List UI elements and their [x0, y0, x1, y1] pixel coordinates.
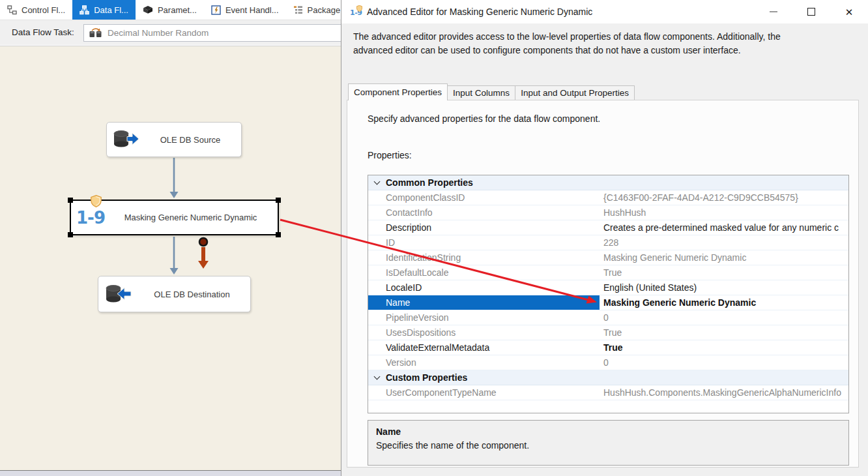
property-value[interactable]: 0 [600, 310, 848, 325]
property-value[interactable]: True [600, 265, 848, 280]
property-value[interactable]: Creates a pre-determined masked value fo… [600, 220, 848, 235]
property-name: Description [368, 220, 600, 235]
tab-label: Paramet... [158, 5, 197, 15]
maximize-icon [807, 8, 815, 16]
tab-label: Event Handl... [225, 5, 279, 15]
selection-handle[interactable] [276, 232, 281, 237]
property-value[interactable]: HushHush [600, 205, 848, 220]
connector-layer [0, 46, 341, 470]
property-row-validateexternalmetadata[interactable]: ValidateExternalMetadata True [368, 340, 848, 355]
tab-label: Data Fl... [94, 5, 128, 15]
property-name: Name [368, 295, 600, 310]
dialog-intro-text: The advanced editor provides access to t… [353, 30, 818, 57]
property-value[interactable]: 228 [600, 235, 848, 250]
close-button[interactable]: ✕ [830, 0, 868, 23]
selection-handle[interactable] [276, 198, 281, 203]
properties-label: Properties: [368, 150, 412, 160]
tab-parameters[interactable]: Paramet... [136, 0, 204, 20]
tab-label: Package Explo [308, 5, 341, 15]
property-name: IdentificationString [368, 250, 600, 265]
tab-component-properties[interactable]: Component Properties [348, 83, 448, 100]
property-value[interactable]: English (United States) [600, 280, 848, 295]
tab-input-columns[interactable]: Input Columns [448, 85, 515, 100]
shield-icon [356, 5, 362, 12]
property-row-id[interactable]: ID 228 [368, 235, 848, 250]
property-name: IsDefaultLocale [368, 265, 600, 280]
property-value[interactable]: 0 [600, 355, 848, 370]
shield-icon [91, 195, 102, 207]
canvas-scrollbar[interactable] [0, 470, 341, 476]
tab-label: Input Columns [453, 88, 510, 98]
tab-label: Input and Output Properties [521, 88, 629, 98]
node-masking-generic-numeric-dynamic[interactable]: 1-9 Masking Generic Numeric Dynamic [70, 200, 279, 235]
tab-data-flow[interactable]: Data Fl... [72, 0, 136, 20]
property-value[interactable]: {C1463F00-2FAF-4AD4-A212-C9D9CCB54575} [600, 190, 848, 205]
screen: Control Fl... Data Fl... Paramet... [0, 0, 868, 476]
property-value[interactable]: True [600, 340, 848, 355]
error-output-handle[interactable] [199, 238, 207, 246]
package-explorer-icon [293, 5, 303, 15]
data-flow-icon [80, 5, 89, 15]
help-text: Specifies the name of the component. [376, 440, 841, 451]
task-icon [89, 28, 102, 38]
group-row-common-properties[interactable]: Common Properties [368, 175, 848, 190]
property-row-isdefaultlocale[interactable]: IsDefaultLocale True [368, 265, 848, 280]
group-label: Custom Properties [386, 372, 467, 383]
component-properties-page: Specify advanced properties for the data… [347, 100, 859, 468]
dialog-1-9-icon: 1-9 [350, 6, 363, 18]
property-row-pipelineversion[interactable]: PipelineVersion 0 [368, 310, 848, 325]
chevron-down-icon[interactable] [374, 373, 381, 379]
window-buttons: ✕ [755, 0, 868, 23]
path-arrowhead [170, 268, 179, 275]
group-row-custom-properties[interactable]: Custom Properties [368, 370, 848, 385]
property-value[interactable]: Masking Generic Numeric Dynamic [600, 295, 848, 310]
property-row-description[interactable]: Description Creates a pre-determined mas… [368, 220, 848, 235]
property-row-version[interactable]: Version 0 [368, 355, 848, 370]
property-value[interactable]: HushHush.Components.MaskingGenericAlphaN… [600, 385, 848, 400]
node-ole-db-source[interactable]: OLE DB Source [106, 122, 242, 157]
path-arrowhead [170, 192, 179, 198]
error-output-arrowhead [198, 261, 209, 269]
event-handlers-icon [211, 5, 221, 15]
dialog-titlebar[interactable]: 1-9 Advanced Editor for Masking Generic … [341, 0, 868, 23]
property-row-usercomponenttypename[interactable]: UserComponentTypeName HushHush.Component… [368, 385, 848, 400]
node-label: OLE DB Destination [140, 290, 250, 299]
page-instruction: Specify advanced properties for the data… [368, 113, 600, 124]
editor-tab-strip: Component Properties Input Columns Input… [348, 85, 635, 100]
tab-event-handlers[interactable]: Event Handl... [204, 0, 286, 20]
data-flow-task-bar: Data Flow Task: Decimal Number Random [0, 20, 341, 45]
tab-control-flow[interactable]: Control Fl... [0, 0, 72, 20]
ole-db-destination-icon [98, 276, 140, 312]
masking-1-9-icon: 1-9 [71, 201, 110, 234]
property-name: LocaleID [368, 280, 600, 295]
property-name: UserComponentTypeName [368, 385, 600, 400]
tab-package-explorer[interactable]: Package Explo [286, 0, 341, 20]
property-row-localeid[interactable]: LocaleID English (United States) [368, 280, 848, 295]
designer-tab-strip: Control Fl... Data Fl... Paramet... [0, 0, 341, 20]
minimize-button[interactable] [755, 0, 792, 23]
parameters-icon [143, 5, 153, 14]
dialog-title: Advanced Editor for Masking Generic Nume… [367, 7, 592, 17]
ole-db-source-icon [107, 123, 146, 156]
maximize-button[interactable] [792, 0, 830, 23]
tab-input-output-properties[interactable]: Input and Output Properties [515, 85, 635, 100]
property-row-contactinfo[interactable]: ContactInfo HushHush [368, 205, 848, 220]
property-row-name-selected[interactable]: Name Masking Generic Numeric Dynamic [368, 295, 848, 310]
advanced-editor-dialog: 1-9 Advanced Editor for Masking Generic … [341, 0, 868, 476]
property-value[interactable]: Masking Generic Numeric Dynamic [600, 250, 848, 265]
data-flow-canvas[interactable]: OLE DB Source 1-9 Masking Generic Numeri… [0, 46, 341, 470]
ssis-designer-panel: Control Fl... Data Fl... Paramet... [0, 0, 341, 476]
property-value[interactable]: True [600, 325, 848, 340]
chevron-down-icon[interactable] [374, 178, 381, 185]
node-ole-db-destination[interactable]: OLE DB Destination [98, 276, 251, 312]
property-name: UsesDispositions [368, 325, 600, 340]
minimize-icon [770, 11, 777, 12]
property-name: ContactInfo [368, 205, 600, 220]
property-name: Version [368, 355, 600, 370]
property-row-usesdispositions[interactable]: UsesDispositions True [368, 325, 848, 340]
node-label: Masking Generic Numeric Dynamic [110, 213, 278, 222]
property-row-identificationstring[interactable]: IdentificationString Masking Generic Num… [368, 250, 848, 265]
data-flow-task-combo[interactable]: Decimal Number Random [83, 24, 341, 42]
property-row-componentclassid[interactable]: ComponentClassID {C1463F00-2FAF-4AD4-A21… [368, 190, 848, 205]
property-grid: Common Properties ComponentClassID {C146… [368, 175, 849, 413]
